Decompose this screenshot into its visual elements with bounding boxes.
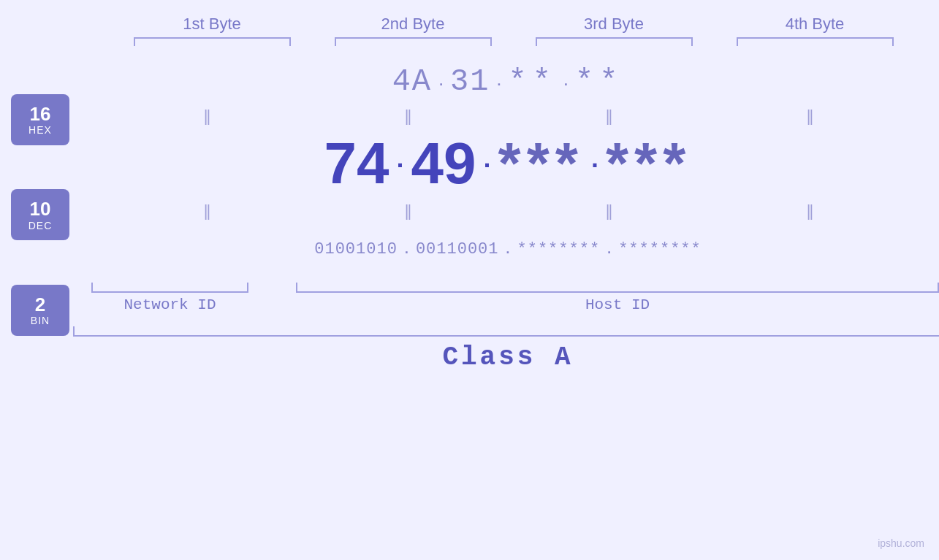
equals-4: || — [807, 107, 812, 126]
eq2-cell-1: || — [106, 202, 307, 220]
network-bracket-line — [91, 283, 248, 293]
bracket-byte2 — [313, 37, 514, 50]
sep-dot-dec-2: . — [476, 146, 498, 175]
dec-base-label: DEC — [28, 220, 53, 231]
bin-val-4: ******** — [618, 240, 702, 258]
byte-headers-row: 1st Byte 2nd Byte 3rd Byte 4th Byte — [44, 0, 939, 34]
sep-dot-dec-1: . — [389, 146, 411, 175]
bin-base-label: BIN — [31, 315, 50, 326]
id-labels-row: Network ID Host ID — [69, 296, 939, 313]
id-bracket-container — [69, 283, 939, 293]
bracket-line-1 — [134, 37, 291, 46]
equals2-3: || — [606, 202, 611, 220]
main-data-area: 16 HEX 10 DEC 2 BIN 4A . 31 . ** — [0, 58, 939, 372]
sep-dot-dec-3: . — [584, 146, 606, 175]
eq2-cell-4: || — [709, 202, 910, 220]
dec-row: 74 . 49 . *** . *** — [69, 127, 939, 200]
bin-badge: 2 BIN — [11, 285, 69, 336]
network-id-label: Network ID — [69, 296, 270, 313]
network-bracket-wrap — [69, 283, 270, 293]
sep-dot-hex-3: . — [557, 74, 575, 89]
dec-base-num: 10 — [30, 199, 51, 220]
dec-val-3: *** — [498, 130, 584, 197]
data-columns: 4A . 31 . ** . ** || || || — [69, 58, 939, 372]
bracket-gap-1 — [270, 283, 289, 293]
host-bracket-line — [296, 283, 939, 293]
equals-2: || — [405, 107, 410, 126]
sep-dot-bin-3: . — [600, 242, 618, 257]
hex-val-2: 31 — [450, 64, 490, 99]
watermark: ipshu.com — [878, 537, 924, 549]
main-container: 1st Byte 2nd Byte 3rd Byte 4th Byte 16 H… — [0, 0, 939, 560]
hex-val-1: 4A — [392, 64, 432, 99]
sep-dot-hex-1: . — [432, 74, 450, 89]
host-bracket-wrap — [289, 283, 939, 293]
class-bracket-line — [73, 326, 939, 337]
byte1-header: 1st Byte — [112, 15, 313, 34]
top-bracket-row — [44, 37, 939, 50]
equals-row-2: || || || || — [69, 200, 939, 222]
base-labels-column: 16 HEX 10 DEC 2 BIN — [0, 58, 69, 372]
hex-row: 4A . 31 . ** . ** — [69, 58, 939, 105]
bracket-line-4 — [737, 37, 894, 46]
dec-val-4: *** — [606, 130, 691, 197]
eq2-cell-2: || — [307, 202, 508, 220]
bin-val-3: ******** — [517, 240, 601, 258]
class-bracket-wrap — [69, 326, 939, 337]
hex-base-label: HEX — [28, 124, 52, 136]
bracket-byte3 — [514, 37, 715, 50]
label-gap — [270, 296, 289, 313]
hex-badge: 16 HEX — [11, 94, 69, 145]
sep-dot-bin-2: . — [499, 242, 517, 257]
hex-base-num: 16 — [30, 104, 51, 125]
host-id-label: Host ID — [289, 296, 939, 313]
bin-row: 01001010 . 00110001 . ******** . *******… — [69, 222, 939, 277]
bin-val-1: 01001010 — [314, 240, 398, 258]
sep-dot-hex-2: . — [490, 74, 509, 89]
equals2-1: || — [204, 202, 209, 220]
bracket-byte1 — [112, 37, 313, 50]
eq2-cell-3: || — [508, 202, 709, 220]
equals2-4: || — [807, 202, 812, 220]
eq-cell-4: || — [709, 107, 910, 126]
bracket-line-2 — [335, 37, 492, 46]
byte2-header: 2nd Byte — [313, 15, 514, 34]
bracket-byte4 — [715, 37, 916, 50]
equals-1: || — [204, 107, 209, 126]
byte4-header: 4th Byte — [715, 15, 916, 34]
class-label-row: Class A — [442, 342, 573, 372]
class-label: Class A — [442, 342, 573, 372]
class-bracket-container — [69, 326, 939, 337]
equals2-2: || — [405, 202, 410, 220]
sep-dot-bin-1: . — [398, 242, 416, 257]
dec-val-1: 74 — [324, 130, 389, 197]
byte3-header: 3rd Byte — [514, 15, 715, 34]
eq-cell-1: || — [106, 107, 307, 126]
eq-cell-2: || — [307, 107, 508, 126]
equals-3: || — [606, 107, 611, 126]
bin-val-2: 00110001 — [416, 240, 499, 258]
equals-row-1: || || || || — [69, 105, 939, 127]
hex-val-3: ** — [509, 64, 557, 99]
hex-val-4: ** — [575, 64, 623, 99]
eq-cell-3: || — [508, 107, 709, 126]
bin-base-num: 2 — [35, 294, 45, 315]
dec-badge: 10 DEC — [11, 189, 69, 240]
bracket-line-3 — [536, 37, 693, 46]
dec-val-2: 49 — [411, 130, 476, 197]
